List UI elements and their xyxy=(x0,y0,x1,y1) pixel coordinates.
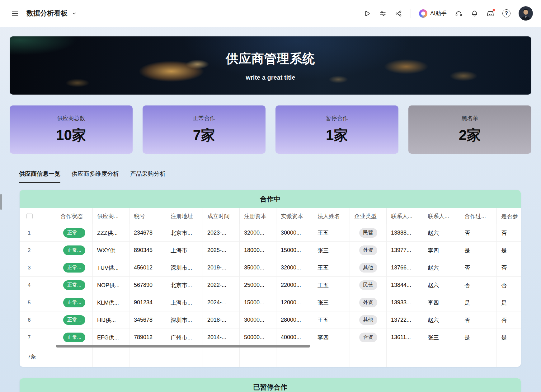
contact-name-cell: 张三 xyxy=(423,329,460,346)
company-type-badge: 外资 xyxy=(359,298,377,307)
stat-card-blacklist[interactable]: 黑名单 2家 xyxy=(408,105,531,154)
avatar[interactable] xyxy=(519,6,533,21)
share-button[interactable] xyxy=(395,10,402,17)
sliders-icon xyxy=(379,10,387,17)
column-header[interactable]: 合作过... xyxy=(460,208,497,224)
contact-name-cell: 赵六 xyxy=(423,224,460,241)
paid-capital-cell: 40000... xyxy=(276,329,313,346)
company-type-cell: 民营 xyxy=(350,277,387,294)
company-type-cell: 民营 xyxy=(350,224,387,241)
paused-group-header: 已暂停合作 xyxy=(20,378,521,392)
play-icon xyxy=(363,10,371,17)
column-header[interactable]: 是否参 xyxy=(497,208,521,224)
company-type-cell: 其他 xyxy=(350,311,387,329)
notifications-button[interactable] xyxy=(471,10,478,17)
column-header[interactable]: 企业类型 xyxy=(350,208,387,224)
table-row[interactable]: 2 正常... WXY供... 890345 上海市... 2025-... 1… xyxy=(20,242,521,259)
board-title[interactable]: 数据分析看板 xyxy=(26,9,68,18)
cooperation-flag-cell: 否 xyxy=(460,277,497,294)
hero-title[interactable]: 供应商管理系统 xyxy=(226,50,315,67)
table-body: 1 正常... ZZZ供... 234678 北京市... 2023-... 3… xyxy=(20,224,521,346)
paid-capital-cell: 30000... xyxy=(276,224,313,241)
table-row[interactable]: 4 正常... NOP供... 567890 北京市... 2022-... 2… xyxy=(20,277,521,294)
status-badge: 正常... xyxy=(63,333,85,342)
share-icon xyxy=(395,10,402,17)
contact-phone-cell: 13977... xyxy=(387,242,423,259)
column-header[interactable]: 合作状态 xyxy=(56,208,93,224)
company-type-badge: 民营 xyxy=(359,228,377,238)
tab-product-purchase-analysis[interactable]: 产品采购分析 xyxy=(130,170,166,183)
help-button[interactable]: ? xyxy=(502,9,510,17)
settings-button[interactable] xyxy=(379,10,387,17)
column-header[interactable]: 成立时间 xyxy=(203,208,240,224)
stats-row: 供应商总数 10家 正常合作 7家 暂停合作 1家 黑名单 2家 xyxy=(10,105,531,154)
headset-icon xyxy=(455,10,463,17)
participation-flag-cell: 否 xyxy=(497,259,521,276)
footer-cell xyxy=(313,346,350,367)
column-header[interactable]: 法人姓名 xyxy=(313,208,350,224)
tab-supplier-overview[interactable]: 供应商信息一览 xyxy=(19,170,60,183)
menu-button[interactable] xyxy=(11,10,19,17)
stat-card-total-suppliers[interactable]: 供应商总数 10家 xyxy=(10,105,133,154)
avatar-image xyxy=(519,6,533,21)
legal-person-cell: 王五 xyxy=(313,224,350,241)
legal-person-cell: 张三 xyxy=(313,242,350,259)
contact-phone-cell: 13766... xyxy=(387,259,423,276)
select-all-checkbox[interactable] xyxy=(26,213,33,219)
paid-capital-cell: 12000... xyxy=(276,294,313,311)
chevron-down-icon[interactable] xyxy=(71,11,77,16)
support-button[interactable] xyxy=(455,10,463,17)
stat-value: 7家 xyxy=(193,126,215,145)
supplier-cell: TUV供... xyxy=(93,259,129,276)
column-header[interactable]: 联系人... xyxy=(423,208,460,224)
contact-phone-cell: 13888... xyxy=(387,224,423,241)
table-row[interactable]: 5 正常... KLM供... 901234 上海市... 2024-... 1… xyxy=(20,294,521,311)
company-type-cell: 外资 xyxy=(350,242,387,259)
column-header[interactable]: 联系人... xyxy=(387,208,423,224)
stat-card-paused-cooperation[interactable]: 暂停合作 1家 xyxy=(275,105,398,154)
contact-name-cell: 李四 xyxy=(423,294,460,311)
address-cell: 上海市... xyxy=(166,294,203,311)
column-header[interactable]: 注册地址 xyxy=(166,208,203,224)
table-horizontal-scrollbar[interactable] xyxy=(56,345,310,348)
inbox-button[interactable] xyxy=(487,10,494,17)
supplier-cell: HIJ供... xyxy=(93,311,129,329)
status-badge: 正常... xyxy=(63,298,85,307)
address-cell: 北京市... xyxy=(166,224,203,241)
cooperation-flag-cell: 否 xyxy=(460,311,497,329)
table-row[interactable]: 3 正常... TUV供... 456012 深圳市... 2019-... 3… xyxy=(20,259,521,277)
contact-phone-cell: 13844... xyxy=(387,277,423,294)
footer-cell xyxy=(387,346,423,367)
contact-name-cell: 李四 xyxy=(423,242,460,259)
column-header[interactable]: 实缴资本 xyxy=(276,208,313,224)
column-header[interactable]: 供应商... xyxy=(93,208,129,224)
address-cell: 北京市... xyxy=(166,277,203,294)
registered-capital-cell: 15000... xyxy=(240,294,276,311)
hero-subtitle[interactable]: write a great title xyxy=(246,74,295,81)
company-type-badge: 其他 xyxy=(359,263,377,273)
tax-id-cell: 901234 xyxy=(129,294,166,311)
table-row[interactable]: 1 正常... ZZZ供... 234678 北京市... 2023-... 3… xyxy=(20,224,521,242)
page-scrollbar[interactable] xyxy=(0,194,2,210)
stat-card-normal-cooperation[interactable]: 正常合作 7家 xyxy=(143,105,266,154)
present-button[interactable] xyxy=(363,10,371,17)
footer-cell xyxy=(129,346,166,367)
footer-cell xyxy=(423,346,460,367)
ai-assistant-button[interactable]: AI助手 xyxy=(419,9,447,18)
topbar-divider xyxy=(411,9,411,18)
table-row[interactable]: 6 正常... HIJ供... 345678 深圳市... 2018-... 3… xyxy=(20,311,521,329)
tab-supplier-multidim-analysis[interactable]: 供应商多维度分析 xyxy=(72,170,119,183)
supplier-cell: KLM供... xyxy=(93,294,129,311)
footer-cell xyxy=(350,346,387,367)
column-header[interactable]: 注册资本 xyxy=(240,208,276,224)
row-index: 1 xyxy=(20,224,56,241)
legal-person-cell: 张三 xyxy=(313,294,350,311)
help-icon: ? xyxy=(502,9,510,17)
footer-cell xyxy=(460,346,497,367)
address-cell: 深圳市... xyxy=(166,259,203,276)
column-header[interactable]: 税号 xyxy=(129,208,166,224)
table-header-row: 合作状态供应商...税号注册地址成立时间注册资本实缴资本法人姓名企业类型联系人.… xyxy=(20,208,521,224)
table-row[interactable]: 7 正常... EFG供... 789012 广州市... 2014-... 5… xyxy=(20,329,521,346)
footer-cell xyxy=(497,346,521,367)
founded-date-cell: 2023-... xyxy=(203,224,240,241)
